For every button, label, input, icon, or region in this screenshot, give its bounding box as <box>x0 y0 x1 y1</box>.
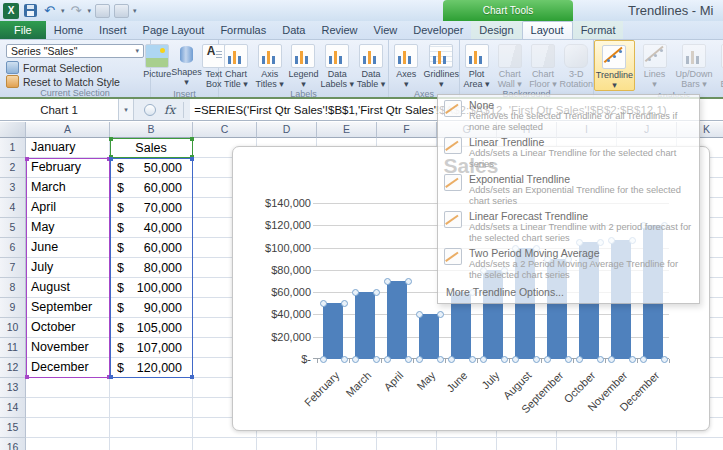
cell[interactable] <box>497 438 557 450</box>
row-header-12[interactable]: 12 <box>0 358 26 378</box>
tab-insert[interactable]: Insert <box>91 21 135 39</box>
cell-a8[interactable]: August <box>26 278 110 298</box>
cell[interactable] <box>377 438 437 450</box>
row-header-7[interactable]: 7 <box>0 258 26 278</box>
cell-a1[interactable]: January <box>26 138 110 158</box>
custom-macro-icon[interactable] <box>95 4 110 18</box>
cell-b7[interactable]: $80,000 <box>110 258 193 278</box>
chart-bar-march[interactable] <box>355 292 375 359</box>
column-header-e[interactable]: E <box>317 122 377 138</box>
column-header-c[interactable]: C <box>193 122 257 138</box>
select-all-corner[interactable] <box>0 122 26 138</box>
data-labels-button[interactable]: DataLabels ▾ <box>320 40 354 89</box>
row-header-11[interactable]: 11 <box>0 338 26 358</box>
cell-a12[interactable]: December <box>26 358 110 378</box>
row-header-4[interactable]: 4 <box>0 198 26 218</box>
plot-area-button[interactable]: PlotArea ▾ <box>460 40 493 89</box>
cell-a6[interactable]: June <box>26 238 110 258</box>
cell-a5[interactable]: May <box>26 218 110 238</box>
cancel-entry-icon[interactable] <box>144 104 156 116</box>
cell-b4[interactable]: $70,000 <box>110 198 193 218</box>
format-selection-button[interactable]: Format Selection <box>6 61 150 74</box>
cell[interactable] <box>437 438 497 450</box>
tab-format[interactable]: Format <box>573 21 624 39</box>
cell-b11[interactable]: $107,000 <box>110 338 193 358</box>
menu-item-more-trendline-options[interactable]: More Trendline Options... <box>440 282 697 300</box>
name-box-dropdown-icon[interactable]: ▾ <box>119 99 134 120</box>
row-header-14[interactable]: 14 <box>0 398 26 418</box>
row-header-5[interactable]: 5 <box>0 218 26 238</box>
window-icon[interactable] <box>114 4 129 18</box>
menu-item-linear-forecast-trendline[interactable]: Linear Forecast TrendlineAdds/sets a Lin… <box>440 208 697 245</box>
column-header-a[interactable]: A <box>26 122 110 138</box>
cell-b3[interactable]: $60,000 <box>110 178 193 198</box>
menu-item-two-period-moving-average[interactable]: Two Period Moving AverageAdds/sets a 2 P… <box>440 245 697 282</box>
cell-a2[interactable]: February <box>26 158 110 178</box>
menu-item-exponential-trendline[interactable]: Exponential TrendlineAdds/sets an Expone… <box>440 171 697 208</box>
tab-home[interactable]: Home <box>46 21 91 39</box>
column-header-b[interactable]: B <box>110 122 193 138</box>
chart-bar-may[interactable] <box>419 314 439 359</box>
cell-b12[interactable]: $120,000 <box>110 358 193 378</box>
cell-b2[interactable]: $50,000 <box>110 158 193 178</box>
tab-layout[interactable]: Layout <box>522 21 573 39</box>
row-header-15[interactable]: 15 <box>0 418 26 438</box>
tab-view[interactable]: View <box>366 21 406 39</box>
row-header-13[interactable]: 13 <box>0 378 26 398</box>
cell[interactable] <box>617 438 677 450</box>
reset-to-match-style-button[interactable]: Reset to Match Style <box>6 75 150 88</box>
cell[interactable] <box>677 438 723 450</box>
tab-review[interactable]: Review <box>313 21 365 39</box>
chart-bar-february[interactable] <box>323 303 343 359</box>
cell-a15[interactable] <box>26 418 110 438</box>
row-header-10[interactable]: 10 <box>0 318 26 338</box>
menu-item-linear-trendline[interactable]: Linear TrendlineAdds/sets a Linear Trend… <box>440 134 697 171</box>
tab-file[interactable]: File <box>0 21 46 39</box>
cell-b15[interactable] <box>110 418 193 438</box>
tab-page-layout[interactable]: Page Layout <box>135 21 213 39</box>
cell-b14[interactable] <box>110 398 193 418</box>
cell-b9[interactable]: $90,000 <box>110 298 193 318</box>
cell-b10[interactable]: $105,000 <box>110 318 193 338</box>
row-header-9[interactable]: 9 <box>0 298 26 318</box>
name-box[interactable]: Chart 1 <box>0 99 119 120</box>
cell-a13[interactable] <box>26 378 110 398</box>
row-header-8[interactable]: 8 <box>0 278 26 298</box>
cell-a3[interactable]: March <box>26 178 110 198</box>
customize-toolbar-icon[interactable]: ▾ <box>133 7 137 15</box>
cell-b8[interactable]: $100,000 <box>110 278 193 298</box>
cell-a4[interactable]: April <box>26 198 110 218</box>
row-header-2[interactable]: 2 <box>0 158 26 178</box>
axis-titles-button[interactable]: AxisTitles ▾ <box>253 40 287 89</box>
column-header-d[interactable]: D <box>257 122 317 138</box>
legend-button[interactable]: Legend▾ <box>287 40 321 89</box>
cell-a16[interactable] <box>26 438 110 450</box>
row-header-6[interactable]: 6 <box>0 238 26 258</box>
chart-bar-april[interactable] <box>387 281 407 359</box>
insert-function-icon[interactable]: fx <box>164 103 175 117</box>
cell-b6[interactable]: $60,000 <box>110 238 193 258</box>
undo-icon[interactable]: ↶ <box>42 3 57 18</box>
data-table-button[interactable]: DataTable ▾ <box>354 40 388 89</box>
cell[interactable] <box>257 438 317 450</box>
redo-icon[interactable]: ↷ <box>69 3 84 18</box>
row-header-1[interactable]: 1 <box>0 138 26 158</box>
row-header-16[interactable]: 16 <box>0 438 26 450</box>
cell[interactable] <box>557 438 617 450</box>
chart-title-button[interactable]: ChartTitle ▾ <box>219 40 253 89</box>
cell-a9[interactable]: September <box>26 298 110 318</box>
cell-a7[interactable]: July <box>26 258 110 278</box>
redo-dropdown-icon[interactable]: ▾ <box>88 7 92 15</box>
tab-developer[interactable]: Developer <box>405 21 471 39</box>
chart-element-selector[interactable]: Series "Sales" ▾ <box>6 44 144 58</box>
tab-data[interactable]: Data <box>274 21 313 39</box>
cell[interactable] <box>317 438 377 450</box>
cell-a11[interactable]: November <box>26 338 110 358</box>
undo-dropdown-icon[interactable]: ▾ <box>61 7 65 15</box>
axes-button[interactable]: Axes▾ <box>389 40 423 89</box>
row-header-3[interactable]: 3 <box>0 178 26 198</box>
cell-b16[interactable] <box>110 438 193 450</box>
cell-b13[interactable] <box>110 378 193 398</box>
picture-button[interactable]: Picture <box>143 40 171 80</box>
tab-formulas[interactable]: Formulas <box>212 21 274 39</box>
